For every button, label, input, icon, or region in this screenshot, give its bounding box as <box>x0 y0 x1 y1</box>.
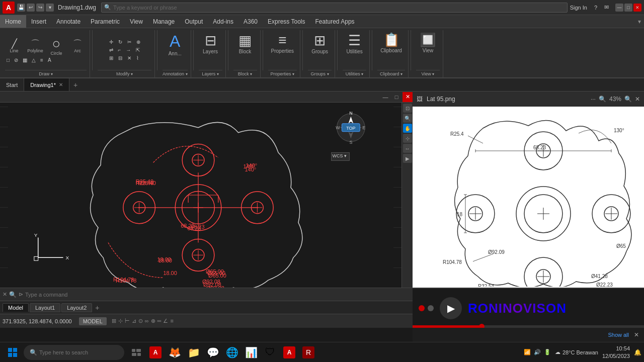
taskbar-app-taskview[interactable] <box>127 343 145 361</box>
battery-icon[interactable]: 🔋 <box>544 349 551 355</box>
close-tab-icon[interactable]: ✕ <box>59 82 63 87</box>
panel-minimize-button[interactable]: — <box>380 92 390 102</box>
search-bar[interactable]: 🔍 Type a keyword or phrase <box>101 3 568 13</box>
zoom-window-button[interactable]: 🔍 <box>403 114 412 123</box>
rotate-tool[interactable]: ↻ <box>117 39 124 45</box>
erase-tool[interactable]: ✕ <box>126 55 133 61</box>
cmd-close-button[interactable]: ✕ <box>3 291 7 298</box>
view-group-label[interactable]: View ▾ <box>416 70 440 76</box>
panel-close-button[interactable]: ✕ <box>403 92 413 102</box>
orbit-button[interactable]: ↔ <box>403 144 412 153</box>
redo-icon[interactable]: ↪ <box>36 4 44 12</box>
utilities-group-label[interactable]: Utilities ▾ <box>343 70 366 76</box>
tab-drawing1[interactable]: Drawing1* ✕ <box>24 78 69 91</box>
layers-group-label[interactable]: Layers ▾ <box>199 70 222 76</box>
utilities-tool[interactable]: ☰ Utilities <box>344 30 366 56</box>
show-all-close-button[interactable]: ✕ <box>634 331 639 338</box>
volume-icon[interactable]: 🔊 <box>534 349 541 355</box>
block-tool[interactable]: ▦ Block <box>235 30 255 56</box>
polar-toggle[interactable]: ⊿ <box>132 318 136 324</box>
view-tool[interactable]: 🔲 View <box>417 30 439 55</box>
tpose-toggle[interactable]: ∠ <box>163 318 168 324</box>
array-tool[interactable]: ⊞ <box>108 55 115 61</box>
menu-insert[interactable]: Insert <box>26 15 51 28</box>
qprops-toggle[interactable]: ≡ <box>170 318 173 324</box>
snap-toggle[interactable]: ⊹ <box>118 318 123 324</box>
mirror-tool[interactable]: ⇌ <box>108 47 115 53</box>
undo-icon[interactable]: ↩ <box>27 4 35 12</box>
draw-group-label[interactable]: Draw ▾ <box>5 70 87 76</box>
gradient-tool[interactable]: ▦ <box>21 57 29 63</box>
taskbar-app-firefox[interactable]: 🦊 <box>166 343 184 361</box>
close-button[interactable]: ✕ <box>633 4 641 12</box>
osnap-toggle[interactable]: ⊙ <box>138 318 143 324</box>
hatch-tool[interactable]: ⊘ <box>13 57 20 63</box>
taskbar-app-autocad[interactable]: A <box>146 343 165 361</box>
minimize-button[interactable]: — <box>615 4 623 12</box>
modify-group-label[interactable]: Modify ▾ <box>98 70 151 76</box>
taskbar-app-excel[interactable]: 📊 <box>242 343 260 361</box>
arc-tool[interactable]: ⌒ Arc <box>68 39 87 53</box>
copy-tool[interactable]: ⊕ <box>135 39 142 45</box>
image-zoom-in-button[interactable]: 🔍 <box>624 96 632 103</box>
groups-tool[interactable]: ⊞ Groups <box>308 30 331 56</box>
add-tab-button[interactable]: + <box>69 81 82 89</box>
taskbar-app-chrome[interactable]: 🌐 <box>223 343 241 361</box>
selection-button[interactable]: ⊹ <box>403 134 412 143</box>
fillet-tool[interactable]: ⌐ <box>117 47 123 53</box>
help-icon[interactable]: ? <box>592 4 600 12</box>
annotation-tool[interactable]: A Ann... <box>166 30 185 58</box>
image-zoom-out-button[interactable]: 🔍 <box>599 96 606 103</box>
layout-tab-layout2[interactable]: Layout2 <box>61 303 92 312</box>
more-icon[interactable]: ▾ <box>46 4 54 12</box>
menu-home[interactable]: Home <box>0 15 26 28</box>
save-icon[interactable]: 💾 <box>17 4 25 12</box>
move-tool[interactable]: ✛ <box>108 39 115 45</box>
pan-button[interactable]: ✋ <box>403 124 412 133</box>
groups-group-label[interactable]: Groups ▾ <box>308 70 332 76</box>
cmd-search-button[interactable]: 🔍 <box>9 291 17 298</box>
lineweight-toggle[interactable]: ═ <box>157 318 162 324</box>
break-tool[interactable]: ⌇ <box>135 55 140 61</box>
panel-restore-button[interactable]: □ <box>391 92 401 102</box>
menu-parametric[interactable]: Parametric <box>86 15 125 28</box>
taskbar-app-app8[interactable]: R <box>299 343 317 361</box>
image-close-button[interactable]: ✕ <box>635 96 640 103</box>
rectangle-tool[interactable]: □ <box>5 57 11 63</box>
taskbar-search-input[interactable] <box>39 349 110 355</box>
menu-featured[interactable]: Featured Apps <box>310 15 360 28</box>
text-tool[interactable]: A <box>46 57 53 63</box>
show-motion-button[interactable]: ▶ <box>403 154 412 163</box>
zoom-extents-button[interactable]: ⊡ <box>403 104 412 113</box>
clipboard-tool[interactable]: 📋 Clipboard <box>377 30 405 55</box>
tab-start[interactable]: Start <box>0 78 24 91</box>
polyline-tool[interactable]: ⌒ Polyline <box>26 39 44 53</box>
taskbar-time[interactable]: 10:54 12/05/2023 <box>602 345 630 359</box>
menu-annotate[interactable]: Annotate <box>51 15 86 28</box>
otrack-toggle[interactable]: ∞ <box>145 318 149 324</box>
network-icon[interactable]: 📶 <box>524 349 531 355</box>
menu-a360[interactable]: A360 <box>238 15 263 28</box>
menu-output[interactable]: Output <box>180 15 208 28</box>
model-button[interactable]: MODEL <box>79 317 107 325</box>
scale-tool[interactable]: ⇱ <box>134 47 141 53</box>
layout-tab-model[interactable]: Model <box>3 303 29 312</box>
maximize-button[interactable]: □ <box>624 4 632 12</box>
properties-tool[interactable]: ≡ Properties <box>268 30 297 56</box>
add-layout-button[interactable]: + <box>93 304 101 312</box>
layers-tool[interactable]: ⊟ Layers <box>200 30 221 56</box>
layout-tab-layout1[interactable]: Layout1 <box>30 303 60 312</box>
image-options-button[interactable]: ··· <box>591 96 596 103</box>
circle-tool[interactable]: ○ Circle <box>47 37 65 56</box>
block-group-label[interactable]: Block ▾ <box>233 70 257 76</box>
show-all-button[interactable]: Show all <box>608 332 629 338</box>
table-tool[interactable]: ≡ <box>39 57 45 63</box>
taskbar-app-autocad2[interactable]: A <box>280 343 298 361</box>
menu-express[interactable]: Express Tools <box>263 15 310 28</box>
ortho-toggle[interactable]: ⊢ <box>125 318 130 324</box>
start-button[interactable] <box>3 343 23 361</box>
extend-tool[interactable]: → <box>124 47 132 53</box>
line-tool[interactable]: ╱ Line <box>5 39 23 53</box>
clipboard-group-label[interactable]: Clipboard ▾ <box>377 70 405 76</box>
trim-tool[interactable]: ✂ <box>126 39 133 45</box>
